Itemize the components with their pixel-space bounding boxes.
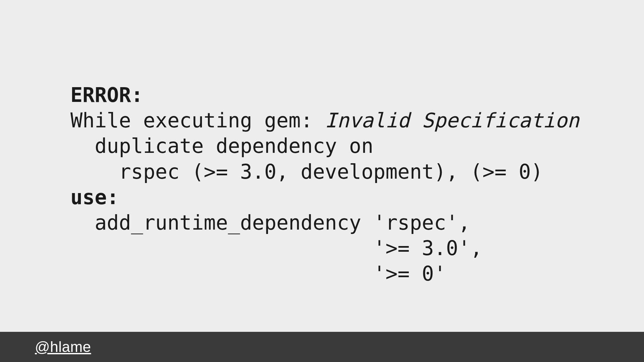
- use-heading: use:: [70, 185, 119, 209]
- error-line-italic: Invalid Specification: [325, 109, 580, 132]
- use-line-2: '>= 3.0',: [70, 236, 482, 260]
- slide-footer: @hlame: [0, 332, 644, 362]
- error-detail-2: rspec (>= 3.0, development), (>= 0): [70, 160, 543, 183]
- error-heading: ERROR:: [70, 83, 143, 107]
- error-line-prefix: While executing gem:: [70, 109, 325, 132]
- use-line-1: add_runtime_dependency 'rspec',: [70, 211, 470, 234]
- use-line-3: '>= 0': [70, 262, 446, 285]
- author-handle[interactable]: @hlame: [35, 339, 91, 355]
- slide-body: ERROR: While executing gem: Invalid Spec…: [70, 82, 579, 287]
- error-detail-1: duplicate dependency on: [70, 134, 373, 158]
